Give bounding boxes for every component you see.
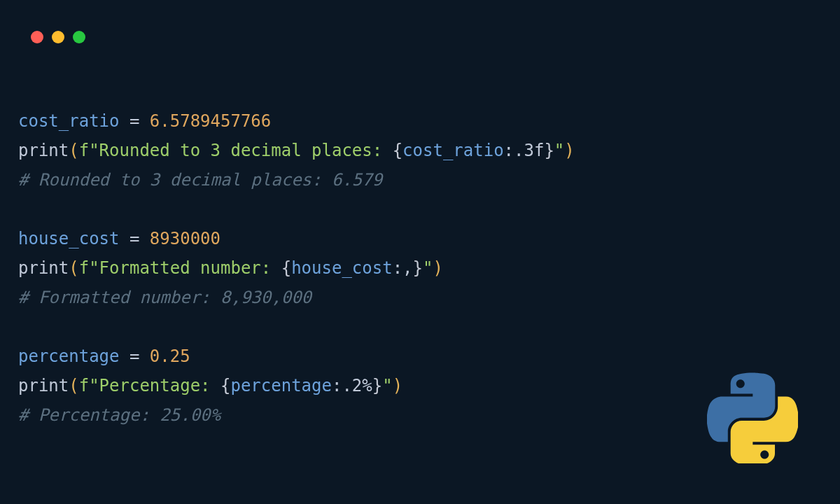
output-comment: # Rounded to 3 decimal places: 6.579 bbox=[18, 170, 382, 190]
output-comment: # Percentage: 25.00% bbox=[18, 405, 220, 425]
number-literal: 8930000 bbox=[150, 229, 220, 248]
code-line-8: print(f"Percentage: {percentage:.2%}") bbox=[18, 376, 402, 396]
python-logo-icon bbox=[707, 372, 798, 463]
number-literal: 0.25 bbox=[150, 346, 190, 366]
maximize-icon bbox=[73, 31, 85, 43]
code-line-1: cost_ratio = 6.5789457766 bbox=[18, 111, 271, 131]
code-block: cost_ratio = 6.5789457766 print(f"Rounde… bbox=[18, 106, 575, 430]
minimize-icon bbox=[52, 31, 64, 43]
code-line-7: percentage = 0.25 bbox=[18, 346, 190, 366]
variable-name: percentage bbox=[18, 346, 120, 366]
number-literal: 6.5789457766 bbox=[150, 111, 271, 131]
variable-name: house_cost bbox=[18, 229, 120, 248]
output-comment: # Formatted number: 8,930,000 bbox=[18, 288, 312, 307]
variable-name: cost_ratio bbox=[18, 111, 120, 131]
code-line-5: print(f"Formatted number: {house_cost:,}… bbox=[18, 258, 443, 278]
window-traffic-lights bbox=[31, 31, 85, 43]
close-icon bbox=[31, 31, 43, 43]
code-line-2: print(f"Rounded to 3 decimal places: {co… bbox=[18, 141, 575, 160]
code-line-4: house_cost = 8930000 bbox=[18, 229, 220, 248]
